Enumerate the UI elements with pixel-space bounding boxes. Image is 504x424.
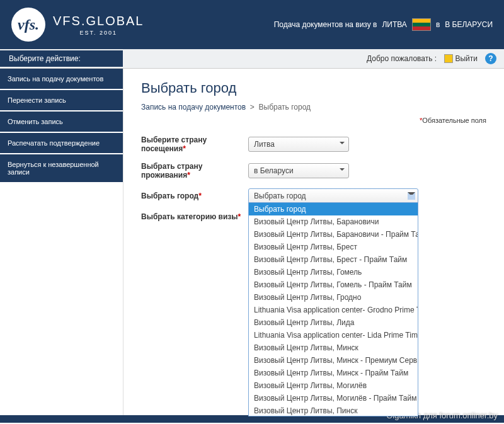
city-option[interactable]: Визовый Центр Литвы, Могилёв	[249, 379, 418, 392]
city-option[interactable]: Визовый Центр Литвы, Гродно	[249, 291, 418, 304]
city-option[interactable]: Выбрать город	[249, 203, 418, 215]
logout-icon	[444, 54, 453, 63]
page-title: Выбрать город	[141, 80, 486, 96]
select-city[interactable]: Выбрать город	[248, 188, 418, 203]
sidebar-item-cancel[interactable]: Отменить запись	[0, 112, 123, 132]
city-option[interactable]: Визовый Центр Литвы, Лида	[249, 316, 418, 329]
city-option[interactable]: Визовый Центр Литвы, Гомель - Прайм Тайм	[249, 278, 418, 291]
label-country-residence: Выбрать страну проживания*	[141, 162, 248, 180]
header-prefix: Подача документов на визу в	[274, 20, 377, 29]
logo-text: VFS.GLOBAL	[53, 14, 144, 28]
select-country-visit[interactable]: Литва	[248, 137, 349, 152]
logout-label: Выйти	[455, 54, 478, 63]
city-option[interactable]: Lithuania Visa application center- Lida …	[249, 329, 418, 341]
sidebar-item-reschedule[interactable]: Перенести запись	[0, 90, 123, 110]
label-city: Выбрать город*	[141, 192, 248, 200]
city-option[interactable]: Визовый Центр Литвы, Минск	[249, 341, 418, 354]
sidebar-item-resume[interactable]: Вернуться к незавершенной записи	[0, 154, 123, 182]
logo-subtext: EST. 2001	[53, 30, 144, 36]
breadcrumb-current: Выбрать город	[259, 103, 311, 112]
city-option[interactable]: Визовый Центр Литвы, Минск - Прайм Тайм	[249, 367, 418, 379]
welcome-text: Добро пожаловать :	[367, 54, 437, 63]
city-dropdown[interactable]: Выбрать городВизовый Центр Литвы, Барано…	[248, 202, 418, 416]
header-right: Подача документов на визу в ЛИТВА в В БЕ…	[274, 18, 493, 31]
header-country-visit: ЛИТВА	[382, 20, 406, 29]
city-option[interactable]: Визовый Центр Литвы, Гомель	[249, 266, 418, 278]
flag-lithuania-icon	[412, 18, 431, 31]
sidebar-item-schedule[interactable]: Запись на подачу документов	[0, 69, 123, 89]
breadcrumb-sep: >	[250, 103, 255, 112]
city-option[interactable]: Визовый Центр Литвы, Брест	[249, 241, 418, 253]
label-country-visit: Выберите страну посещения*	[141, 135, 248, 153]
required-note: *Обязательные поля	[141, 117, 486, 124]
logo[interactable]: vfs. VFS.GLOBAL EST. 2001	[11, 8, 144, 42]
breadcrumb-link[interactable]: Запись на подачу документов	[141, 103, 246, 112]
help-icon[interactable]: ?	[485, 53, 496, 64]
sidebar-item-print[interactable]: Распечатать подтверждение	[0, 133, 123, 153]
city-option[interactable]: Визовый Центр Литвы, Брест - Прайм Тайм	[249, 253, 418, 266]
breadcrumb: Запись на подачу документов > Выбрать го…	[141, 103, 486, 112]
header-country-residence: В БЕЛАРУСИ	[445, 20, 493, 29]
logout-link[interactable]: Выйти	[444, 54, 478, 64]
topbar-title: Выберите действие:	[0, 50, 123, 67]
city-option[interactable]: Визовый Центр Литвы, Минск - Премиум Сер…	[249, 354, 418, 367]
city-option[interactable]: Lithuania Visa application center- Grodn…	[249, 304, 418, 316]
select-country-residence[interactable]: в Беларуси	[248, 163, 349, 178]
topbar: Выберите действие: Добро пожаловать : Вы…	[0, 49, 504, 69]
logo-icon: vfs.	[11, 8, 45, 42]
header-sep: в	[436, 20, 440, 29]
city-option[interactable]: Визовый Центр Литвы, Могилёв - Прайм Тай…	[249, 392, 418, 404]
label-visa-category: Выбрать категорию визы*	[141, 212, 248, 221]
main-content: Выбрать город Запись на подачу документо…	[123, 69, 504, 415]
city-option[interactable]: Визовый Центр Литвы, Пинск	[249, 404, 418, 416]
header: vfs. VFS.GLOBAL EST. 2001 Подача докумен…	[0, 0, 504, 49]
city-option[interactable]: Визовый Центр Литвы, Барановичи	[249, 215, 418, 228]
sidebar: Запись на подачу документов Перенести за…	[0, 69, 123, 415]
city-option[interactable]: Визовый Центр Литвы, Барановичи - Прайм …	[249, 228, 418, 241]
